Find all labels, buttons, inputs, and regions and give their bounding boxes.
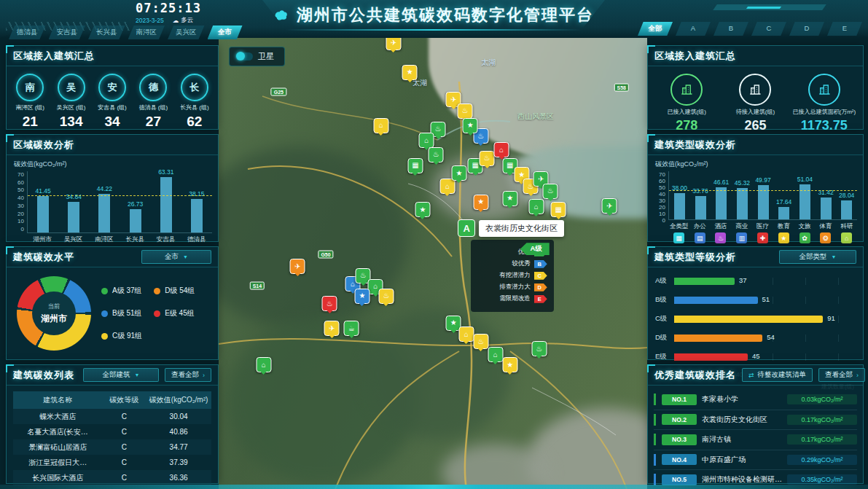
table-row[interactable]: 蝶米大酒店C30.04 (13, 409, 211, 424)
marker-glyph-icon: ▦ (555, 206, 562, 214)
region-circle-icon: 安 (98, 74, 126, 101)
level-bar-row-E级: E级45 (655, 352, 854, 361)
map-building-marker[interactable]: ⌂ (458, 326, 474, 342)
map-building-marker[interactable]: ✈ (602, 198, 617, 214)
map-building-marker[interactable]: ▦ (551, 202, 566, 217)
grade-chip-icon: C (534, 272, 547, 280)
map-building-marker[interactable]: ♨ (480, 151, 495, 166)
map-building-marker[interactable]: ☕ (344, 321, 359, 336)
type-filter-dropdown[interactable]: 全部类型 ▼ (779, 250, 856, 264)
map-building-marker[interactable]: ★ (402, 65, 418, 80)
region-tab-长兴县[interactable]: 长兴县 (88, 26, 125, 39)
page-title: 湖州市公共建筑碳效码数字化管理平台 (297, 4, 594, 26)
table-row[interactable]: 长兴国际大酒店C36.36 (13, 470, 211, 485)
table-row[interactable]: 浙江皇冠假日大…C37.39 (13, 455, 211, 470)
map-building-marker[interactable]: ⌂ (488, 347, 503, 362)
rank-badge: NO.3 (662, 434, 697, 445)
map-building-marker[interactable]: ★ (354, 289, 370, 304)
panel-title: 区域碳效分析 (13, 138, 211, 152)
grade-tab-B[interactable]: B (713, 22, 748, 36)
grade-tab-全部[interactable]: 全部 (638, 22, 673, 36)
map-building-marker[interactable]: ♨ (429, 147, 444, 163)
region-tab-南浔区[interactable]: 南浔区 (128, 26, 165, 39)
region-tab-全市[interactable]: 全市 (208, 26, 243, 39)
marker-glyph-icon: ⌂ (262, 361, 266, 369)
map-building-marker[interactable]: ⌂ (439, 179, 455, 194)
map-building-marker[interactable]: ★ (473, 195, 488, 210)
rectify-list-button[interactable]: ⇄ 待整改建筑清单 (742, 368, 813, 382)
ranking-row-NO.4[interactable]: NO.4中原百盛广场0.29kgCO₂/m² (654, 450, 857, 471)
map-building-marker[interactable]: ♨ (322, 296, 337, 311)
grade-tab-C[interactable]: C (751, 22, 786, 36)
building-filter-dropdown[interactable]: 全部建筑 ▼ (83, 368, 159, 382)
grade-chip-icon: B (534, 260, 547, 268)
map-building-marker[interactable]: ⌂ (419, 133, 434, 148)
map-building-marker[interactable]: ★ (415, 202, 430, 217)
grade-tab-A[interactable]: A (676, 22, 711, 36)
stat-value: 278 (676, 118, 697, 133)
rank-badge: NO.2 (662, 414, 697, 425)
map-building-marker[interactable]: ★ (451, 165, 466, 181)
map-building-marker[interactable]: ▦ (407, 158, 423, 173)
marker-glyph-icon: ▦ (412, 162, 418, 169)
map-building-marker[interactable]: ✈ (290, 259, 305, 274)
citywide-dropdown[interactable]: 全市 ▼ (141, 250, 211, 264)
time-display: 07:25:13 (136, 1, 201, 15)
region-circle-icon: 长 (181, 74, 208, 101)
map-building-marker[interactable]: ⌂ (256, 357, 271, 372)
table-row[interactable]: 名蔓大酒店(长安…C40.86 (13, 424, 211, 439)
map-tooltip[interactable]: A 衣裳街历史文化街区 (458, 219, 564, 237)
map-building-marker[interactable]: ⌂ (494, 142, 509, 157)
table-row[interactable]: 景澜富砳山居酒店C34.77 (13, 439, 211, 455)
map[interactable]: 太湖太湖西山风景区G25G50S14S58 ✈★⌂♨⌂♨▦✈♨♨★⌂★▦♨⌂▦★… (219, 38, 647, 489)
map-building-marker[interactable]: ★ (463, 118, 478, 133)
bar-安吉县: 63.31 (151, 168, 181, 232)
map-building-marker[interactable]: ⌂ (373, 118, 388, 133)
marker-glyph-icon: ♨ (477, 338, 484, 345)
grade-tab-D[interactable]: D (789, 22, 824, 36)
map-building-marker[interactable]: ★ (502, 191, 517, 206)
ranking-view-all-button[interactable]: 查看全部 › (818, 368, 865, 382)
bar-长兴县: 26.73 (120, 200, 151, 232)
ranking-row-NO.3[interactable]: NO.3南浔古镇0.17kgCO₂/m² (654, 430, 857, 450)
ranking-row-NO.2[interactable]: NO.2衣裳街历史文化街区0.17kgCO₂/m² (654, 410, 857, 431)
map-building-marker[interactable]: ♨ (378, 289, 394, 304)
region-tab-吴兴区[interactable]: 吴兴区 (168, 26, 205, 39)
map-building-marker[interactable]: ♨ (473, 334, 488, 349)
region-badge-南: 南南浔区 (组)21 (9, 74, 50, 130)
ranking-row-NO.1[interactable]: NO.1李家巷小学0.03kgCO₂/m² (654, 390, 857, 410)
map-building-marker[interactable]: ♨ (458, 103, 473, 119)
marker-glyph-icon: ★ (419, 206, 426, 214)
region-tab-德清县[interactable]: 德清县 (9, 26, 46, 39)
panel-region-summary-left: 区域接入建筑汇总 南南浔区 (组)21吴吴兴区 (组)134安安吉县 (组)34… (6, 45, 219, 130)
stat-item-0: 已接入建筑(组)278 (652, 74, 721, 133)
map-building-marker[interactable]: ✈ (386, 38, 401, 50)
panel-title: 建筑碳效列表 (13, 369, 77, 382)
toggle-switch-icon[interactable] (235, 52, 253, 60)
stat-item-1: 待接入建筑(组)265 (721, 74, 789, 133)
category-icon-教育: ★ (778, 232, 789, 243)
map-building-marker[interactable]: ♨ (531, 341, 547, 356)
y-axis-ticks: 706050403020100 (654, 171, 668, 219)
rank-carbon-value: 0.17kgCO₂/m² (787, 415, 857, 425)
road-shield-G25: G25 (271, 88, 286, 96)
map-building-marker[interactable]: ✈ (324, 321, 340, 336)
marker-glyph-icon: ⌂ (373, 283, 378, 290)
bar-湖州市: 41.45 (28, 187, 58, 232)
view-all-button[interactable]: 查看全部 › (165, 368, 211, 382)
grade-tab-E[interactable]: E (827, 22, 862, 36)
map-building-marker[interactable]: ★ (502, 357, 517, 372)
region-tab-安吉县[interactable]: 安吉县 (49, 26, 86, 39)
rank-building-name: 湖州市特种设备检测研究院（长兴） (702, 474, 782, 485)
region-badge-label: 南浔区 (组) (15, 103, 44, 112)
map-building-marker[interactable]: ⌂ (528, 199, 544, 214)
road-shield-S58: S58 (614, 84, 628, 92)
marker-glyph-icon: ♨ (327, 300, 333, 308)
map-building-marker[interactable]: ♨ (543, 184, 558, 199)
marker-glyph-icon: ▦ (507, 162, 513, 169)
marker-glyph-icon: ✈ (606, 203, 612, 210)
satellite-toggle[interactable]: 卫星 (229, 47, 285, 66)
bar-教育: 17.64 (773, 198, 794, 219)
grade-a-badge-icon: A (458, 219, 475, 237)
category-icon-文旅: ✿ (799, 232, 810, 243)
